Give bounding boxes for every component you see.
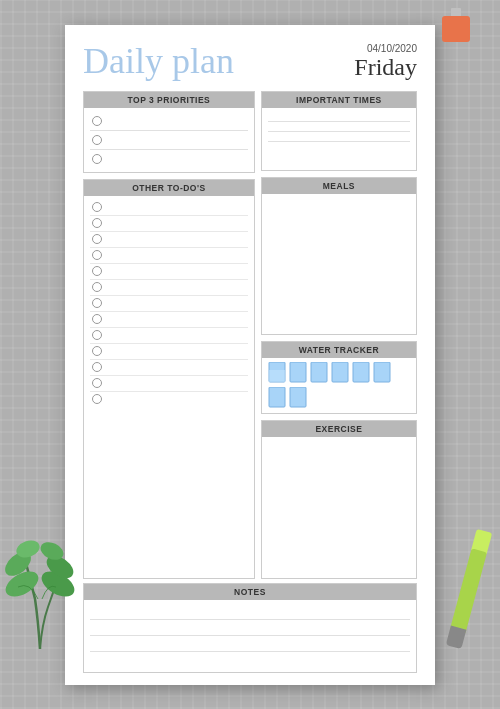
todo-item — [90, 264, 248, 280]
times-header: IMPORTANT TIMES — [262, 92, 416, 108]
todo-item — [90, 392, 248, 407]
notes-line — [90, 652, 410, 668]
todo-item — [90, 328, 248, 344]
plant-decoration — [0, 529, 80, 649]
exercise-body — [262, 437, 416, 497]
todo-item — [90, 216, 248, 232]
date-text: 04/10/2020 — [354, 43, 417, 54]
todo-checkbox[interactable] — [92, 378, 102, 388]
todo-checkbox[interactable] — [92, 394, 102, 404]
meals-header: MEALS — [262, 178, 416, 194]
todo-checkbox[interactable] — [92, 362, 102, 372]
todos-header: OTHER TO-DO'S — [84, 180, 254, 196]
day-text: Friday — [354, 54, 417, 80]
svg-rect-14 — [290, 387, 306, 407]
todo-item — [90, 232, 248, 248]
todo-item — [90, 344, 248, 360]
todo-item — [90, 296, 248, 312]
water-header: WATER TRACKER — [262, 342, 416, 358]
todos-body — [84, 196, 254, 411]
water-body — [262, 358, 416, 413]
todo-item — [90, 248, 248, 264]
priorities-header: TOP 3 PRIORITIES — [84, 92, 254, 108]
exercise-section: EXERCISE — [261, 420, 417, 579]
time-item — [268, 122, 410, 132]
page-title: Daily plan — [83, 43, 234, 79]
left-column: TOP 3 PRIORITIES — [83, 91, 255, 579]
todo-item — [90, 200, 248, 216]
notes-body — [84, 600, 416, 672]
water-glass-5[interactable] — [352, 362, 370, 384]
pen-decoration — [443, 528, 495, 650]
priority-checkbox[interactable] — [92, 135, 102, 145]
todo-item — [90, 280, 248, 296]
water-glass-7[interactable] — [268, 387, 286, 409]
todo-checkbox[interactable] — [92, 346, 102, 356]
todo-item — [90, 376, 248, 392]
water-glass-4[interactable] — [331, 362, 349, 384]
svg-rect-10 — [332, 362, 348, 382]
meals-body — [262, 194, 416, 284]
todo-checkbox[interactable] — [92, 266, 102, 276]
svg-rect-9 — [311, 362, 327, 382]
notes-line — [90, 636, 410, 652]
time-item — [268, 132, 410, 142]
todo-item — [90, 360, 248, 376]
time-item — [268, 112, 410, 122]
water-glass-1[interactable] — [268, 362, 286, 384]
priorities-section: TOP 3 PRIORITIES — [83, 91, 255, 173]
meals-section: MEALS — [261, 177, 417, 336]
notes-header: NOTES — [84, 584, 416, 600]
priority-checkbox[interactable] — [92, 154, 102, 164]
todo-checkbox[interactable] — [92, 282, 102, 292]
svg-rect-8 — [290, 362, 306, 382]
todo-checkbox[interactable] — [92, 202, 102, 212]
notes-line — [90, 604, 410, 620]
todo-checkbox[interactable] — [92, 250, 102, 260]
paper-header: Daily plan 04/10/2020 Friday — [83, 43, 417, 81]
main-grid: TOP 3 PRIORITIES — [83, 91, 417, 579]
todo-checkbox[interactable] — [92, 298, 102, 308]
svg-rect-7 — [269, 370, 285, 382]
priority-item — [90, 131, 248, 150]
water-glass-3[interactable] — [310, 362, 328, 384]
notes-section: NOTES — [83, 583, 417, 673]
notes-line — [90, 620, 410, 636]
svg-rect-11 — [353, 362, 369, 382]
todo-checkbox[interactable] — [92, 330, 102, 340]
priority-checkbox[interactable] — [92, 116, 102, 126]
priority-item — [90, 112, 248, 131]
todos-section: OTHER TO-DO'S — [83, 179, 255, 579]
exercise-header: EXERCISE — [262, 421, 416, 437]
paper: Daily plan 04/10/2020 Friday TOP 3 PRIOR… — [65, 25, 435, 685]
right-column: IMPORTANT TIMES MEALS WATER TRACKER — [261, 91, 417, 579]
times-section: IMPORTANT TIMES — [261, 91, 417, 171]
svg-rect-13 — [269, 387, 285, 407]
water-glass-8[interactable] — [289, 387, 307, 409]
water-section: WATER TRACKER — [261, 341, 417, 414]
todo-item — [90, 312, 248, 328]
todo-checkbox[interactable] — [92, 314, 102, 324]
water-glass-6[interactable] — [373, 362, 391, 384]
times-body — [262, 108, 416, 155]
priority-item — [90, 150, 248, 168]
svg-rect-12 — [374, 362, 390, 382]
water-glass-2[interactable] — [289, 362, 307, 384]
date-section: 04/10/2020 Friday — [354, 43, 417, 81]
todo-checkbox[interactable] — [92, 218, 102, 228]
priorities-body — [84, 108, 254, 172]
todo-checkbox[interactable] — [92, 234, 102, 244]
time-item — [268, 142, 410, 151]
sharpener-decoration — [442, 8, 470, 42]
